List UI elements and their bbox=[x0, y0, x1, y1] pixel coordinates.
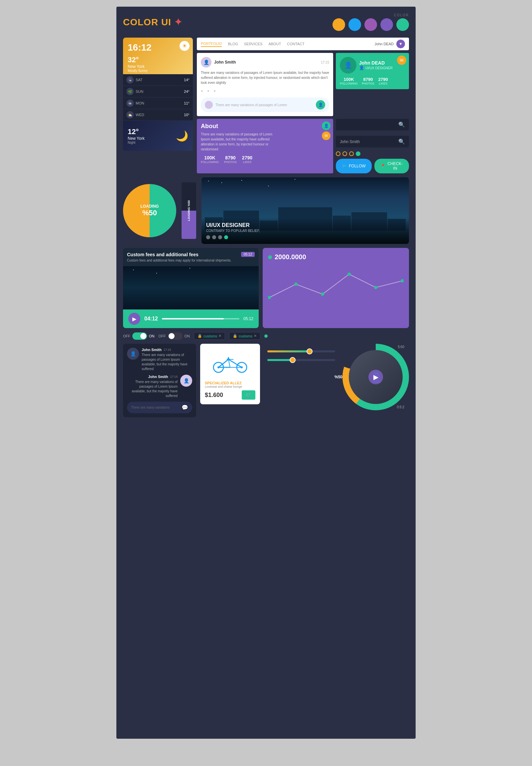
chat-name-1: John Smith bbox=[142, 348, 162, 352]
video-thumbnail bbox=[123, 266, 259, 310]
search-bar-name[interactable]: John Smith 🔍 bbox=[336, 136, 409, 147]
toggle2-off-label: OFF bbox=[159, 334, 166, 338]
wed-icon: ⛅ bbox=[126, 111, 134, 118]
toggle1-off-label: OFF bbox=[123, 334, 130, 338]
message-text: There are many variations of passages of… bbox=[201, 70, 329, 85]
cards-row: 👤 John Smith 17:15 There are many variat… bbox=[197, 53, 409, 116]
svg-point-3 bbox=[347, 273, 351, 276]
checkin-button[interactable]: 📍 CHECK-IN bbox=[374, 159, 409, 173]
about-icon-person[interactable]: 👤 bbox=[322, 121, 331, 130]
slider-1[interactable] bbox=[267, 350, 335, 352]
message-input-area[interactable]: There are many variations of passages of… bbox=[201, 97, 329, 112]
product-desc: Loveseat and chaise lounge bbox=[205, 385, 255, 388]
message-card: 👤 John Smith 17:15 There are many variat… bbox=[197, 53, 333, 116]
line-chart bbox=[268, 264, 404, 311]
weather-widget: 16:12 32° New York Mostly Sunny ☀ 🌤 SAT … bbox=[123, 38, 193, 173]
svg-point-4 bbox=[374, 286, 377, 289]
profile-following: 100K bbox=[340, 77, 358, 82]
circular-play-button[interactable]: ▶ bbox=[368, 370, 383, 384]
weather-day-mon: 🌦 MON 11° bbox=[123, 97, 193, 109]
search-input-value[interactable]: John Smith bbox=[340, 139, 396, 144]
play-button[interactable]: ▶ bbox=[128, 313, 140, 325]
row-1: 16:12 32° New York Mostly Sunny ☀ 🌤 SAT … bbox=[123, 38, 409, 173]
weather-day-wed: ⛅ WED 10° bbox=[123, 109, 193, 121]
color-palette bbox=[333, 18, 409, 31]
close-icon-1[interactable]: ✕ bbox=[218, 334, 221, 338]
video-desc: Custom fees and additional fees may appl… bbox=[127, 259, 255, 262]
row-video-chart: Custom fees and additional fees Custom f… bbox=[123, 248, 409, 328]
nav-blog[interactable]: BLOG bbox=[228, 41, 238, 47]
search-icon-top[interactable]: 🔍 bbox=[398, 121, 405, 128]
player-time-bottom: 0:5:2 bbox=[397, 405, 404, 409]
send-icon[interactable]: 👤 bbox=[316, 100, 325, 109]
about-icon-mail[interactable]: ✉ bbox=[322, 131, 331, 140]
chat-bubble-icon[interactable]: 💬 bbox=[182, 404, 188, 411]
toggle-1[interactable] bbox=[132, 332, 147, 340]
chat-input-row[interactable]: There are many variations 💬 bbox=[127, 402, 192, 413]
lock-icon-2: 🔒 bbox=[233, 334, 237, 338]
loading-label: LOADING bbox=[140, 204, 159, 209]
city-title: UI/UX DESIGNER bbox=[206, 222, 404, 228]
nav-services[interactable]: SERVICES bbox=[244, 41, 262, 47]
slider-thumb-2[interactable] bbox=[290, 357, 296, 363]
sat-icon: 🌤 bbox=[126, 76, 134, 83]
profile-likes-label: LIKES bbox=[378, 82, 388, 85]
loading-percent: %50 bbox=[142, 209, 157, 217]
follow-button[interactable]: 🐦 FOLLOW bbox=[336, 159, 372, 173]
color-orange[interactable] bbox=[333, 18, 345, 31]
status-indicator bbox=[264, 334, 268, 338]
city-dot-1 bbox=[206, 235, 210, 239]
badge-customs-2[interactable]: 🔒 customs ✕ bbox=[229, 332, 260, 340]
nav-avatar[interactable]: ▼ bbox=[396, 40, 405, 48]
header: COLOR UI ✦ COLOR bbox=[123, 13, 409, 31]
chat-card: 👤 John Smith 17:15 There are many variat… bbox=[123, 344, 196, 417]
color-blue[interactable] bbox=[348, 18, 361, 31]
toggle2-on-label: ON bbox=[185, 334, 190, 338]
toggle-thumb-1 bbox=[140, 333, 146, 339]
badge2-label: customs bbox=[239, 334, 252, 338]
color-purple-light[interactable] bbox=[364, 18, 377, 31]
chat-input-placeholder[interactable]: There are many variations bbox=[131, 406, 180, 409]
mon-icon: 🌦 bbox=[126, 99, 134, 107]
search-icon-name[interactable]: 🔍 bbox=[398, 138, 405, 145]
about-search-row: 👤 ✉ About There are many variations of p… bbox=[197, 119, 409, 173]
dot-1 bbox=[336, 151, 340, 156]
nav-portfolio[interactable]: PORTFOLIO bbox=[201, 41, 222, 47]
about-following-label: FOLLOWING bbox=[201, 160, 219, 164]
nav-contact[interactable]: CONTACT bbox=[287, 41, 304, 47]
search-bar-empty[interactable]: 🔍 bbox=[336, 119, 409, 130]
chat-time-1: 17:15 bbox=[164, 348, 171, 351]
video-controls: ▶ 04:12 05:12 bbox=[123, 310, 259, 328]
slider-fill-2 bbox=[267, 359, 291, 361]
v-loading-text: LOADING %50 bbox=[187, 200, 191, 221]
progress-bar[interactable] bbox=[162, 318, 239, 319]
stars-area bbox=[201, 177, 409, 204]
svg-point-2 bbox=[321, 293, 324, 296]
logo-text: COLOR UI bbox=[123, 17, 171, 27]
row-bottom: 👤 John Smith 17:15 There are many variat… bbox=[123, 344, 409, 417]
nav-about[interactable]: ABOUT bbox=[268, 41, 281, 47]
message-input-placeholder[interactable]: There are many variations of passages of… bbox=[215, 103, 313, 107]
message-time: 17:15 bbox=[321, 61, 329, 64]
slider-thumb-1[interactable] bbox=[307, 348, 313, 354]
close-icon-2[interactable]: ✕ bbox=[254, 334, 257, 338]
about-likes-label: LIKES bbox=[242, 160, 252, 164]
color-green[interactable] bbox=[396, 18, 409, 31]
video-info: Custom fees and additional fees Custom f… bbox=[123, 248, 259, 266]
slider-2[interactable] bbox=[267, 359, 335, 361]
cart-button[interactable]: 🛒 bbox=[242, 390, 255, 400]
envelope-icon: ✉ bbox=[397, 56, 406, 65]
toggle1-on-label: ON bbox=[149, 334, 155, 338]
city-dot-3 bbox=[218, 235, 222, 239]
chat-message-2: 👤 John Smith 17:15 There are many variat… bbox=[127, 375, 192, 398]
profile-following-label: FOLLOWING bbox=[340, 82, 358, 85]
twitter-icon: 🐦 bbox=[342, 164, 347, 168]
video-card: Custom fees and additional fees Custom f… bbox=[123, 248, 259, 328]
profile-photos: 8790 bbox=[362, 77, 374, 82]
color-purple-dark[interactable] bbox=[380, 18, 393, 31]
toggle-2[interactable] bbox=[168, 332, 183, 340]
dot-2 bbox=[342, 151, 347, 156]
chat-name-2: John Smith bbox=[148, 375, 168, 379]
about-photos-label: PHOTOS bbox=[224, 160, 237, 164]
badge-customs-1[interactable]: 🔒 customs ✕ bbox=[194, 332, 225, 340]
